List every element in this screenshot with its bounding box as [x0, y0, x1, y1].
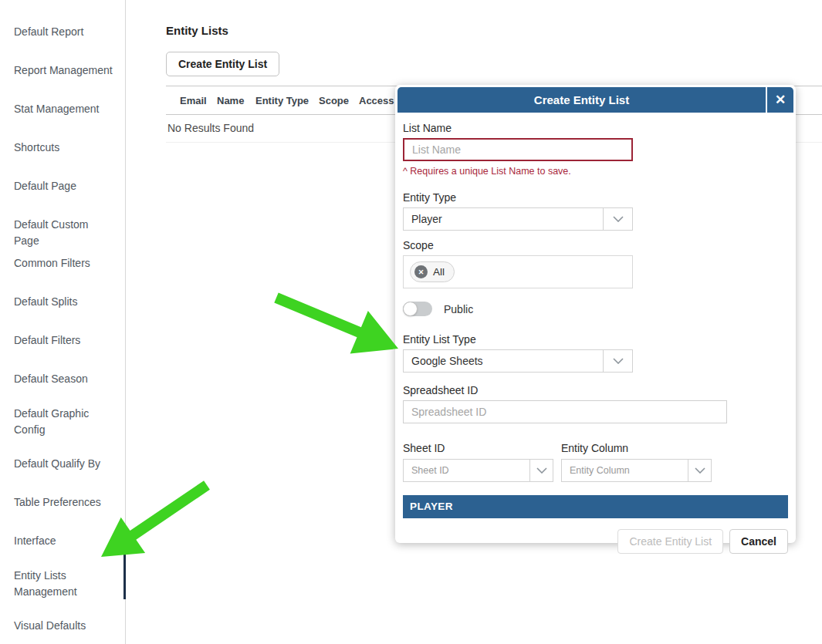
- sheet-id-select[interactable]: Sheet ID: [403, 459, 553, 482]
- public-toggle-row: Public: [403, 302, 788, 316]
- chevron-down-icon: [529, 460, 553, 481]
- scope-field: ✕ All: [403, 255, 633, 288]
- spreadsheet-id-label: Spreadsheet ID: [403, 384, 788, 396]
- scope-chip-all[interactable]: ✕ All: [410, 261, 455, 282]
- sheet-id-placeholder: Sheet ID: [404, 460, 529, 481]
- sidebar-item-visual-defaults[interactable]: Visual Defaults: [14, 618, 116, 634]
- sidebar-item-shortcuts[interactable]: Shortcuts: [14, 140, 116, 156]
- modal-title: Create Entity List: [397, 87, 766, 113]
- sheet-row: Sheet ID Sheet ID Entity Column Entity C…: [403, 442, 788, 482]
- settings-sidebar: Default Report Report Management Stat Ma…: [0, 0, 126, 644]
- remove-scope-icon[interactable]: ✕: [414, 265, 428, 278]
- page-title: Entity Lists: [166, 24, 228, 37]
- chevron-down-icon: [688, 460, 711, 481]
- public-toggle[interactable]: [403, 302, 432, 316]
- column-header-email: Email: [180, 95, 207, 106]
- scope-chip-label: All: [433, 266, 445, 278]
- sidebar-item-stat-management[interactable]: Stat Management: [14, 101, 116, 117]
- sidebar-item-default-graphic-config[interactable]: Default Graphic Config: [14, 406, 116, 438]
- sheet-id-field: Sheet ID Sheet ID: [403, 442, 553, 482]
- sheet-id-label: Sheet ID: [403, 442, 553, 454]
- modal-cancel-button[interactable]: Cancel: [729, 529, 788, 554]
- sidebar-item-default-qualify-by[interactable]: Default Qualify By: [14, 456, 116, 472]
- modal-header: Create Entity List ✕: [395, 85, 796, 113]
- modal-body: List Name ^ Requires a unique List Name …: [395, 113, 796, 554]
- sidebar-item-default-report[interactable]: Default Report: [14, 24, 116, 40]
- sidebar-item-default-custom-page[interactable]: Default Custom Page: [14, 217, 116, 249]
- create-entity-list-button[interactable]: Create Entity List: [166, 52, 279, 76]
- sidebar-item-entity-lists-management[interactable]: Entity Lists Management: [14, 568, 116, 600]
- entity-list-type-label: Entity List Type: [403, 333, 788, 346]
- sidebar-item-default-page[interactable]: Default Page: [14, 178, 116, 194]
- sidebar-item-default-splits[interactable]: Default Splits: [14, 294, 116, 310]
- entity-column-field: Entity Column Entity Column: [561, 442, 712, 482]
- column-header-name: Name: [217, 95, 244, 106]
- annotation-arrow-to-google-sheets: [274, 293, 398, 354]
- sidebar-item-report-management[interactable]: Report Management: [14, 62, 116, 79]
- sidebar-item-interface[interactable]: Interface: [14, 533, 116, 549]
- active-item-indicator: [123, 552, 126, 599]
- modal-create-entity-list-button[interactable]: Create Entity List: [617, 529, 723, 554]
- entity-column-label: Entity Column: [561, 442, 712, 454]
- entity-list-type-select[interactable]: Google Sheets: [403, 349, 633, 373]
- list-name-error-text: ^ Requires a unique List Name to save.: [403, 166, 788, 177]
- scope-label: Scope: [403, 239, 788, 251]
- entity-column-placeholder: Entity Column: [562, 460, 688, 481]
- sidebar-item-default-filters[interactable]: Default Filters: [14, 332, 116, 349]
- close-icon[interactable]: ✕: [767, 87, 793, 113]
- sidebar-item-default-season[interactable]: Default Season: [14, 371, 116, 387]
- column-header-entity-type: Entity Type: [255, 95, 309, 106]
- entity-type-select[interactable]: Player: [403, 207, 633, 231]
- app-root: Default Report Report Management Stat Ma…: [0, 0, 822, 644]
- entity-type-label: Entity Type: [403, 191, 788, 204]
- chevron-down-icon: [603, 208, 632, 230]
- entity-list-type-value: Google Sheets: [404, 350, 603, 372]
- toggle-knob: [403, 302, 418, 316]
- column-header-scope: Scope: [319, 95, 349, 106]
- chevron-down-icon: [603, 350, 632, 372]
- public-toggle-label: Public: [444, 303, 473, 315]
- player-section-header: PLAYER: [403, 495, 788, 518]
- sidebar-item-table-preferences[interactable]: Table Preferences: [14, 494, 116, 511]
- entity-type-value: Player: [404, 208, 603, 230]
- modal-footer: Create Entity List Cancel: [403, 529, 788, 554]
- list-name-input[interactable]: [403, 138, 633, 161]
- sidebar-item-common-filters[interactable]: Common Filters: [14, 255, 116, 271]
- spreadsheet-id-input[interactable]: [403, 400, 727, 423]
- column-header-access: Access: [359, 95, 394, 106]
- create-entity-list-modal: Create Entity List ✕ List Name ^ Require…: [395, 85, 796, 543]
- entity-column-select[interactable]: Entity Column: [561, 459, 712, 482]
- list-name-label: List Name: [403, 122, 788, 134]
